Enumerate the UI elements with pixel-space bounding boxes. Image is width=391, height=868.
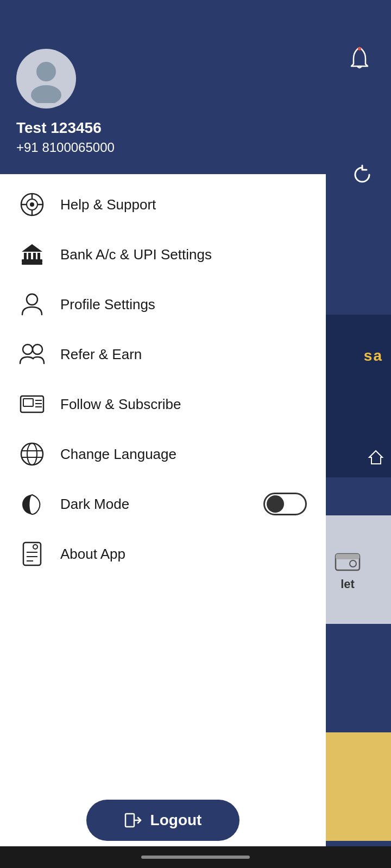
svg-rect-29 <box>22 259 42 263</box>
bank-icon <box>19 241 45 267</box>
svg-point-38 <box>33 344 42 354</box>
menu-item-follow-subscribe[interactable]: Follow & Subscribe <box>0 379 326 429</box>
right-card-logo: sa <box>364 347 383 365</box>
menu-list: Help & Support Bank A/c & UPI Settings <box>0 174 326 789</box>
avatar-image <box>22 54 71 103</box>
right-card-home-icon <box>367 448 386 467</box>
dark-mode-label: Dark Mode <box>60 496 248 513</box>
profile-settings-label: Profile Settings <box>60 296 307 313</box>
svg-point-49 <box>33 545 37 549</box>
menu-item-bank-upi[interactable]: Bank A/c & UPI Settings <box>0 229 326 279</box>
profile-icon <box>19 291 45 317</box>
bottom-pill <box>141 856 250 859</box>
svg-rect-30 <box>22 263 42 265</box>
svg-rect-34 <box>33 253 36 259</box>
svg-rect-35 <box>37 253 40 259</box>
change-language-label: Change Language <box>60 446 307 463</box>
logout-icon <box>124 812 142 829</box>
svg-point-19 <box>350 560 356 567</box>
drawer-panel: Test 123456 +91 8100065000 Help & Suppor… <box>0 33 326 868</box>
help-support-label: Help & Support <box>60 196 307 213</box>
language-icon <box>19 441 45 467</box>
svg-point-20 <box>36 62 56 81</box>
bell-icon[interactable] <box>345 43 375 73</box>
about-app-label: About App <box>60 546 307 563</box>
user-name: Test 123456 <box>16 119 310 137</box>
logout-button[interactable]: Logout <box>86 800 240 841</box>
refer-icon <box>19 341 45 367</box>
logout-label: Logout <box>150 812 202 829</box>
svg-rect-40 <box>23 399 33 406</box>
darkmode-icon <box>19 491 45 517</box>
svg-point-16 <box>358 47 361 50</box>
drawer-header: Test 123456 +91 8100065000 <box>0 33 326 174</box>
refer-earn-label: Refer & Earn <box>60 346 307 363</box>
refresh-icon[interactable] <box>350 163 375 187</box>
bottom-nav-bar <box>0 846 391 868</box>
menu-item-profile-settings[interactable]: Profile Settings <box>0 279 326 329</box>
svg-rect-33 <box>28 253 31 259</box>
wallet-icon-bg <box>334 548 361 573</box>
about-icon <box>19 541 45 567</box>
svg-point-36 <box>27 294 37 305</box>
svg-rect-18 <box>336 554 360 559</box>
menu-item-help-support[interactable]: Help & Support <box>0 180 326 229</box>
svg-rect-48 <box>23 542 41 565</box>
help-icon <box>19 192 45 218</box>
bank-upi-label: Bank A/c & UPI Settings <box>60 246 307 263</box>
svg-marker-31 <box>22 244 42 252</box>
subscribe-icon <box>19 391 45 417</box>
svg-rect-32 <box>24 253 27 259</box>
svg-point-44 <box>21 443 43 465</box>
bell-icon-area[interactable] <box>345 43 375 73</box>
svg-rect-53 <box>125 814 134 827</box>
refresh-icon-area[interactable] <box>350 163 375 187</box>
menu-item-about-app[interactable]: About App <box>0 529 326 579</box>
toggle-knob <box>267 495 284 513</box>
dark-mode-toggle[interactable] <box>263 493 307 515</box>
menu-item-dark-mode[interactable]: Dark Mode <box>0 479 326 529</box>
user-phone: +91 8100065000 <box>16 140 310 155</box>
menu-item-refer-earn[interactable]: Refer & Earn <box>0 329 326 379</box>
avatar[interactable] <box>16 49 76 108</box>
svg-point-24 <box>30 202 34 207</box>
follow-subscribe-label: Follow & Subscribe <box>60 396 307 413</box>
svg-point-37 <box>23 344 33 354</box>
svg-point-21 <box>31 85 61 103</box>
menu-item-change-language[interactable]: Change Language <box>0 429 326 479</box>
svg-point-45 <box>27 443 37 465</box>
wallet-label: let <box>340 577 355 591</box>
